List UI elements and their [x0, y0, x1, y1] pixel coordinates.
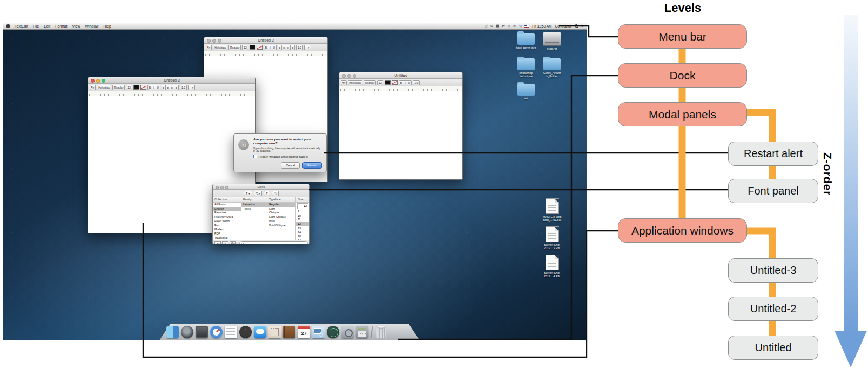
input-language-flag-icon[interactable] [524, 25, 529, 28]
family-column[interactable]: Family HelveticaTimes [241, 197, 267, 240]
background-color-swatch[interactable] [392, 80, 398, 85]
collection-item[interactable]: Modern [213, 228, 241, 232]
background-color-swatch[interactable] [140, 85, 146, 90]
underline-button[interactable]: U [407, 80, 412, 85]
size-value-field[interactable]: 12 [297, 203, 308, 209]
user-switch-menu[interactable]: Contractor [555, 24, 571, 28]
size-item[interactable]: 13 [296, 226, 309, 231]
size-item[interactable]: 9 [296, 210, 309, 214]
collection-item[interactable]: Fixed Width [213, 219, 241, 224]
font-size-select[interactable]: 12 [377, 80, 383, 85]
collection-column[interactable]: Collection All FontsEnglishFavoritesRece… [213, 197, 241, 240]
notification-center-icon[interactable]: ≡ [581, 24, 583, 28]
italic-button[interactable]: I [152, 85, 156, 90]
menu-item[interactable]: File [33, 24, 39, 28]
font-size-select[interactable]: 12 [242, 45, 248, 50]
action-menu-button[interactable]: ⚙▾ [230, 241, 236, 244]
text-color-swatch[interactable] [385, 80, 391, 85]
folder-curtis-artwork[interactable]: Curtis_Artwor k_Folder [539, 56, 565, 81]
align-button[interactable]: ≡ [170, 85, 174, 90]
window-controls[interactable] [207, 39, 221, 43]
typeface-item[interactable]: Oblique [267, 211, 295, 215]
dictation-menu-icon[interactable]: ⊙ [490, 24, 493, 28]
collection-item[interactable]: All Fonts [213, 203, 241, 207]
document-color-button[interactable]: ▢ [272, 191, 279, 196]
align-button[interactable]: ≡ [291, 45, 295, 50]
restart-button[interactable]: Restart [302, 162, 322, 169]
document-area[interactable] [339, 91, 462, 179]
window-untitled[interactable]: Untitled ¶▾ Helvetica Regular 12 B I U 1… [339, 72, 463, 180]
folder-book-cover-idea[interactable]: book cover idea [513, 30, 539, 56]
paragraph-styles-button[interactable]: ¶▾ [90, 85, 96, 90]
size-item[interactable]: 14 [296, 231, 309, 235]
file-screen-shot-1[interactable]: Screen Shot 2012…3 PM [539, 226, 565, 250]
remove-collection-button[interactable]: − [222, 241, 228, 244]
titlebar[interactable]: Untitled 2 [204, 37, 327, 44]
folder-photoshop-technique[interactable]: photoshop technique [513, 56, 539, 81]
font-family-select[interactable]: Helvetica [348, 80, 362, 85]
underline-button[interactable]: U [156, 85, 161, 90]
window-controls[interactable] [342, 74, 356, 78]
collection-item[interactable]: PDF [213, 232, 241, 236]
dock-safari-icon[interactable] [210, 326, 223, 338]
bold-button[interactable]: B [264, 45, 268, 50]
window-controls[interactable] [91, 79, 105, 83]
size-item[interactable]: 12 [296, 222, 309, 226]
titlebar[interactable]: Untitled [339, 72, 462, 79]
dock-textedit-icon[interactable] [225, 326, 237, 338]
font-size-select[interactable]: 12 [126, 85, 132, 90]
dock-mission-control-icon[interactable] [196, 326, 208, 338]
volume-menu-icon[interactable]: ◁ [519, 24, 521, 28]
paragraph-styles-button[interactable]: ¶▾ [206, 45, 212, 50]
reopen-windows-checkbox[interactable] [253, 155, 257, 158]
dock-calendar-icon[interactable]: 27 [298, 326, 310, 338]
collection-item[interactable]: English [213, 207, 241, 211]
add-collection-button[interactable]: + [214, 241, 221, 244]
file-master-artboard[interactable]: MASTER_artb oard_…012.ai [539, 198, 565, 222]
typeface-item[interactable]: Bold [267, 219, 295, 224]
text-color-button[interactable]: T [264, 191, 270, 196]
time-machine-menu-icon[interactable]: ◷ [485, 24, 488, 28]
align-button[interactable]: ≡ [162, 85, 166, 90]
folder-art[interactable]: art [513, 81, 539, 106]
size-column[interactable]: Size 12 910111213141824 [296, 197, 309, 240]
collection-item[interactable]: Traditional [213, 236, 241, 240]
line-spacing-select[interactable]: 1.0 [413, 80, 420, 85]
spotlight-icon[interactable] [575, 24, 578, 28]
typeface-item[interactable]: Light Oblique [267, 215, 295, 219]
align-button[interactable]: ≡ [278, 45, 282, 50]
apple-icon[interactable] [6, 24, 10, 28]
align-button[interactable]: ≡ [174, 85, 179, 90]
text-color-swatch[interactable] [250, 45, 255, 50]
size-item[interactable]: 24 [296, 239, 309, 240]
paragraph-styles-button[interactable]: ¶▾ [341, 80, 347, 85]
size-item[interactable]: 11 [296, 218, 309, 222]
drive-mac-art[interactable]: Mac Art [539, 30, 565, 56]
dock-messages-icon[interactable] [254, 326, 266, 338]
file-screen-shot-2[interactable]: Screen Shot 2012…4 PM [539, 254, 565, 278]
wifi-menu-icon[interactable]: ≋ [513, 24, 516, 28]
align-button[interactable]: ≡ [286, 45, 291, 50]
family-item[interactable]: Times [241, 207, 267, 211]
dock-time-machine-icon[interactable] [327, 326, 339, 338]
menu-item[interactable]: Edit [44, 24, 50, 28]
italic-button[interactable]: I [268, 45, 272, 50]
dock-dashboard-icon[interactable] [239, 326, 252, 338]
typeface-select[interactable]: Regular [228, 45, 241, 50]
dock-calculator-icon[interactable] [356, 326, 368, 338]
dock-preview-icon[interactable] [312, 326, 325, 338]
list-style-select[interactable]: —▾ [304, 45, 312, 50]
menu-item[interactable]: Window [85, 24, 98, 28]
window-controls[interactable] [216, 186, 228, 189]
collection-item[interactable]: Favorites [213, 211, 241, 215]
cancel-button[interactable]: Cancel [281, 162, 300, 169]
align-button[interactable]: ≡ [282, 45, 286, 50]
fonts-titlebar[interactable]: Fonts [213, 184, 309, 190]
line-spacing-select[interactable]: 1.0 [296, 45, 303, 50]
typeface-item[interactable]: Regular [267, 203, 295, 207]
typeface-select[interactable]: Regular [112, 85, 125, 90]
underline-style-button[interactable]: T̲ ▾ [244, 191, 252, 196]
size-item[interactable]: 10 [296, 214, 309, 218]
collection-item[interactable]: Recently Used [213, 215, 241, 219]
dock-contacts-icon[interactable] [283, 326, 295, 338]
